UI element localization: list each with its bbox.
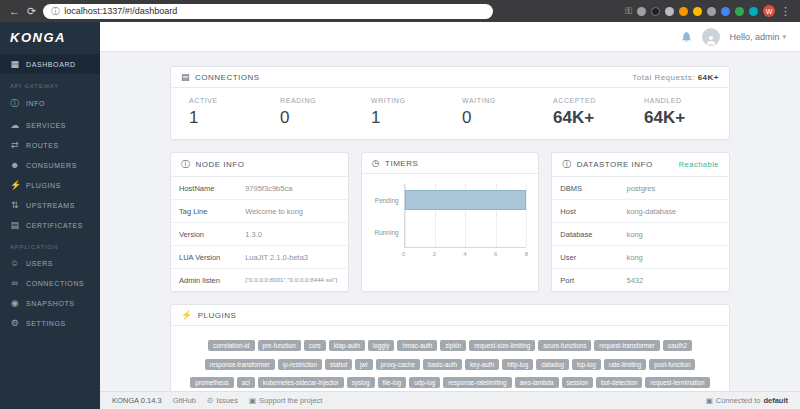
sidebar-item-dashboard[interactable]: ▦ DASHBOARD [0,54,100,74]
sidebar-item-info[interactable]: ⓘ INFO [0,92,100,115]
konga-logo[interactable]: KONGA [0,22,100,54]
sidebar-item-label: SERVICES [26,122,66,129]
browser-profile-avatar[interactable]: W [763,5,775,17]
issues-icon: ⊙ [207,396,213,405]
user-menu[interactable]: Hello, admin ▾ [729,32,786,42]
key-icon[interactable]: ⚿ [625,7,632,16]
row-value: 9795f3c9b5ca [245,177,347,199]
browser-menu-icon[interactable]: ⋮ [780,6,791,17]
row-label: Port [552,269,626,291]
sidebar-item-label: SNAPSHOTS [26,300,75,307]
sidebar-item-connections[interactable]: ∞ CONNECTIONS [0,273,100,293]
stat-label: HANDLED [644,97,711,104]
sidebar-section-application: APPLICATION [0,235,100,253]
plugin-tag: bot-detection [596,377,642,388]
greeting-text: Hello, admin [729,32,779,42]
reachable-badge[interactable]: Reachable [679,160,719,169]
browser-bar: ← ⟳ ⓘ localhost:1337/#!/dashboard ⚿ W ⋮ [0,0,800,22]
plugin-tag: prometheus [190,377,233,388]
avatar[interactable] [702,28,720,46]
timers-panel: ◷ TIMERS PendingRunning 02468 [361,152,540,292]
node-info-title: NODE INFO [196,160,245,169]
extension-icon[interactable] [665,7,674,16]
extension-icon[interactable] [707,7,716,16]
stat-label: READING [280,97,347,104]
sidebar-item-users[interactable]: ☺ USERS [0,253,100,273]
timers-plot [404,184,527,248]
extension-icon[interactable] [679,7,688,16]
table-row: Port 5432 [552,269,729,291]
monitor-icon: ▣ [706,396,713,405]
extension-icon[interactable] [693,7,702,16]
stat-accepted: ACCEPTED 64K+ [541,97,632,128]
sidebar-item-services[interactable]: ☁ SERVICES [0,115,100,135]
extension-toolbar: ⚿ W ⋮ [625,5,791,17]
clock-icon: ◷ [372,158,380,168]
connections-panel: ▤ CONNECTIONS Total Requests: 64K+ ACTIV… [170,66,730,140]
sidebar-item-upstreams[interactable]: ⇅ UPSTREAMS [0,195,100,215]
stat-value: 1 [371,108,438,128]
timers-title: TIMERS [385,159,418,168]
node-info-panel: ⓘ NODE INFO HostName 9795f3c9b5ca Tag Li… [170,152,349,292]
row-value: 5432 [627,269,729,291]
sidebar-item-snapshots[interactable]: ◉ SNAPSHOTS [0,293,100,313]
back-icon[interactable]: ← [9,6,20,17]
row-label: Host [552,200,626,222]
row-label: HostName [171,177,245,199]
stat-value: 1 [189,108,256,128]
sidebar-item-settings[interactable]: ⚙ SETTINGS [0,313,100,333]
extension-icon[interactable] [721,7,730,16]
dashboard-content: ▤ CONNECTIONS Total Requests: 64K+ ACTIV… [100,52,800,391]
bar-row [405,190,527,210]
reload-icon[interactable]: ⟳ [27,6,36,17]
sidebar-item-plugins[interactable]: ⚡ PLUGINS [0,175,100,195]
stat-label: ACTIVE [189,97,256,104]
sidebar-item-consumers[interactable]: ☻ CONSUMERS [0,155,100,175]
extension-icon[interactable] [651,7,660,16]
row-label: DBMS [552,177,626,199]
plugin-tag: session [562,377,593,388]
extension-icon[interactable] [637,7,646,16]
site-info-icon[interactable]: ⓘ [51,6,59,17]
table-row: Admin listen ["0.0.0.0:8001","0.0.0.0:84… [171,269,348,291]
issues-label: Issues [216,396,238,405]
cloud-icon: ☁ [10,120,20,130]
person-icon [705,34,717,46]
sidebar-item-certificates[interactable]: ▤ CERTIFICATES [0,215,100,235]
extension-icon[interactable] [735,7,744,16]
timers-chart: PendingRunning 02468 [362,174,539,265]
address-bar[interactable]: ⓘ localhost:1337/#!/dashboard [43,4,493,19]
plugin-tag: pre-function [258,340,301,351]
connection-status[interactable]: ▣ Connected to default [706,396,788,405]
plugin-tag: file-log [378,377,407,388]
plugin-tag: key-auth [465,359,499,370]
issues-link[interactable]: ⊙ Issues [207,396,238,405]
sidebar-item-routes[interactable]: ⇄ ROUTES [0,135,100,155]
extension-icon[interactable] [749,7,758,16]
stat-label: WRITING [371,97,438,104]
datastore-title: DATASTORE INFO [577,160,653,169]
table-row: Host kong-database [552,200,729,223]
plugin-tag: zipkin [440,340,466,351]
row-value: kong [627,223,729,245]
plugin-tag: kubernetes-sidecar-injector [258,377,344,388]
x-tick-label: 2 [433,251,436,257]
row-label: Database [552,223,626,245]
table-row: Version 1.3.0 [171,223,348,246]
support-link[interactable]: ▣ Support the project [249,396,322,405]
plugin-tag: oauth2 [663,340,692,351]
plugin-tag: statsd [325,359,352,370]
plugin-tag: rate-limiting [604,359,647,370]
chevron-down-icon: ▾ [782,33,786,41]
gridline [526,184,527,247]
total-requests-label: Total Requests: [632,73,695,82]
table-row: LUA Version LuaJIT 2.1.0-beta3 [171,246,348,269]
sidebar-item-label: PLUGINS [26,182,61,189]
plugin-tag: hmac-auth [397,340,437,351]
bell-icon[interactable] [680,30,693,43]
support-label: Support the project [259,396,322,405]
github-link[interactable]: GitHub [173,396,196,405]
x-tick-label: 6 [494,251,497,257]
row-label: Admin listen [171,269,245,291]
url-text: localhost:1337/#!/dashboard [64,6,177,16]
